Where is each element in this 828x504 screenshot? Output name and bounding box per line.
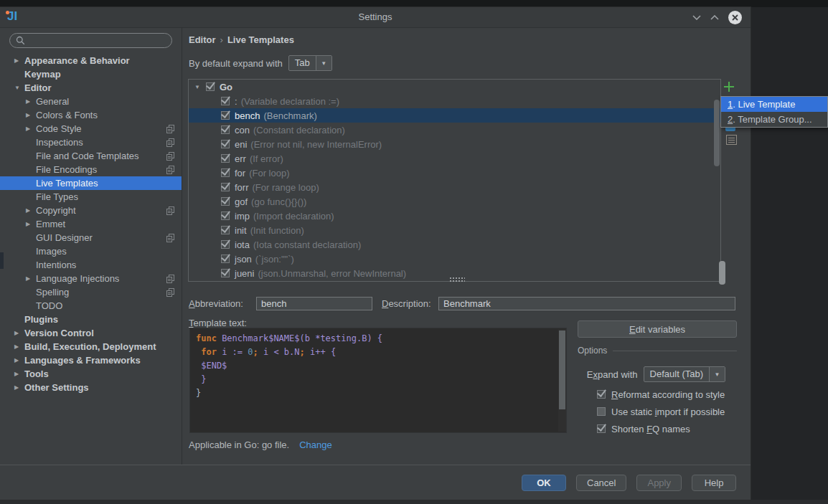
change-link[interactable]: Change <box>299 439 332 450</box>
abbreviation-input[interactable] <box>256 297 372 310</box>
reformat-according-to-style-checkbox[interactable] <box>597 390 606 399</box>
sidebar-item-inspections[interactable]: Inspections <box>0 135 182 149</box>
sidebar-item-build-execution-deployment[interactable]: ▶Build, Execution, Deployment <box>0 340 182 353</box>
combo-arrow-icon[interactable]: ▼ <box>316 56 331 70</box>
tree-collapsed-arrow-icon[interactable]: ▶ <box>14 353 24 367</box>
template-group-checkbox[interactable] <box>206 82 215 91</box>
list-lines-icon[interactable] <box>726 135 737 145</box>
apply-button[interactable]: Apply <box>636 475 682 491</box>
template-item-json[interactable]: json(`json:""`) <box>189 252 720 266</box>
popup-item-2-template-group[interactable]: 2. Template Group... <box>721 112 827 127</box>
chevron-down-icon[interactable] <box>692 15 701 20</box>
popup-item-1-live-template[interactable]: 1. Live Template <box>721 97 827 112</box>
template-item-checkbox[interactable] <box>221 269 230 277</box>
template-item-err[interactable]: err(If error) <box>189 151 720 166</box>
sidebar-item-colors-fonts[interactable]: ▶Colors & Fonts <box>0 108 182 122</box>
use-static-import-if-possible-checkbox[interactable] <box>597 407 606 416</box>
template-item-checkbox[interactable] <box>221 125 230 134</box>
tree-collapsed-arrow-icon[interactable]: ▶ <box>26 204 36 217</box>
scrollbar-thumb-secondary[interactable] <box>719 261 725 285</box>
sidebar-item-intentions[interactable]: Intentions <box>0 258 182 272</box>
code-scrollbar[interactable] <box>558 329 566 432</box>
code-line: } <box>196 373 560 386</box>
template-item-bench[interactable]: bench(Benchmark) <box>189 108 720 123</box>
combo-arrow-icon[interactable]: ▼ <box>709 367 725 381</box>
sidebar-item-gui-designer[interactable]: GUI Designer <box>0 231 182 244</box>
sidebar-item-file-encodings[interactable]: File Encodings <box>0 163 182 176</box>
tree-collapsed-arrow-icon[interactable]: ▶ <box>26 95 36 108</box>
tree-collapsed-arrow-icon[interactable]: ▶ <box>26 108 36 122</box>
sidebar-item-version-control[interactable]: ▶Version Control <box>0 326 182 340</box>
sidebar-item-editor[interactable]: ▼Editor <box>0 81 182 95</box>
tree-collapsed-arrow-icon[interactable]: ▶ <box>14 367 24 381</box>
dialog-titlebar[interactable]: JI Settings <box>0 7 751 28</box>
list-scrollbar-thumb[interactable] <box>714 100 720 166</box>
sidebar-item-tools[interactable]: ▶Tools <box>0 367 182 381</box>
splitter-handle[interactable] <box>449 277 465 282</box>
template-item-con[interactable]: con(Constant declaration) <box>189 123 720 137</box>
template-item-checkbox[interactable] <box>221 97 230 105</box>
ok-button[interactable]: OK <box>522 475 566 491</box>
sidebar-item-appearance-behavior[interactable]: ▶Appearance & Behavior <box>0 54 182 67</box>
sidebar-item-code-style[interactable]: ▶Code Style <box>0 122 182 135</box>
sidebar-item-label: Keymap <box>24 69 61 80</box>
sidebar-item-todo[interactable]: TODO <box>0 299 182 313</box>
template-item-checkbox[interactable] <box>221 168 230 177</box>
sidebar-item-live-templates[interactable]: Live Templates <box>0 176 182 190</box>
template-item-checkbox[interactable] <box>221 226 230 234</box>
shorten-fq-names-checkbox[interactable] <box>597 424 606 433</box>
tree-expanded-arrow-icon[interactable]: ▼ <box>194 84 206 90</box>
template-item-gof[interactable]: gof(go func(){}()) <box>189 194 720 209</box>
default-expand-combobox[interactable]: Tab ▼ <box>288 55 332 71</box>
edit-variables-button[interactable]: Edit variables <box>578 320 737 338</box>
breadcrumb-editor[interactable]: Editor <box>189 34 216 45</box>
tree-collapsed-arrow-icon[interactable]: ▶ <box>26 272 36 285</box>
template-group-go[interactable]: ▼Go <box>189 80 720 94</box>
tree-collapsed-arrow-icon[interactable]: ▶ <box>14 381 24 394</box>
sidebar-item-emmet[interactable]: ▶Emmet <box>0 217 182 231</box>
sidebar-item-general[interactable]: ▶General <box>0 95 182 108</box>
tree-collapsed-arrow-icon[interactable]: ▶ <box>14 326 24 340</box>
code-scrollbar-thumb[interactable] <box>559 331 565 409</box>
sidebar-item-languages-frameworks[interactable]: ▶Languages & Frameworks <box>0 353 182 367</box>
sidebar-item-copyright[interactable]: ▶Copyright <box>0 204 182 217</box>
template-item-checkbox[interactable] <box>221 255 230 263</box>
close-button[interactable] <box>728 11 742 24</box>
template-item-eni[interactable]: eni(Error not nil, new InternalError) <box>189 137 720 151</box>
sidebar-item-other-settings[interactable]: ▶Other Settings <box>0 381 182 394</box>
sidebar-item-file-and-code-templates[interactable]: File and Code Templates <box>0 149 182 163</box>
template-item-checkbox[interactable] <box>221 211 230 220</box>
template-item-forr[interactable]: forr(For range loop) <box>189 180 720 194</box>
help-button[interactable]: Help <box>692 475 736 491</box>
template-item-checkbox[interactable] <box>221 183 230 191</box>
sidebar-item-language-injections[interactable]: ▶Language Injections <box>0 272 182 285</box>
template-item-for[interactable]: for(For loop) <box>189 166 720 180</box>
tree-expanded-arrow-icon[interactable]: ▼ <box>14 81 24 95</box>
template-item-checkbox[interactable] <box>221 197 230 206</box>
sidebar-item-spelling[interactable]: Spelling <box>0 285 182 299</box>
description-input[interactable] <box>438 297 735 310</box>
tree-collapsed-arrow-icon[interactable]: ▶ <box>14 54 24 67</box>
template-item-imp[interactable]: imp(Import declaration) <box>189 209 720 223</box>
template-item-checkbox[interactable] <box>221 240 230 249</box>
sidebar-item-file-types[interactable]: File Types <box>0 190 182 204</box>
sidebar-item-images[interactable]: Images <box>0 244 182 258</box>
template-item-init[interactable]: init(Init function) <box>189 223 720 237</box>
add-template-button[interactable] <box>723 81 735 92</box>
sidebar-item-plugins[interactable]: Plugins <box>0 313 182 326</box>
tree-collapsed-arrow-icon[interactable]: ▶ <box>14 340 24 353</box>
tree-collapsed-arrow-icon[interactable]: ▶ <box>26 217 36 231</box>
template-item-iota[interactable]: iota(Iota constant declaration) <box>189 237 720 252</box>
copy-icon <box>166 206 174 215</box>
template-text-editor[interactable]: func Benchmark$NAME$(b *testing.B) { for… <box>189 328 567 433</box>
template-item-checkbox[interactable] <box>221 140 230 148</box>
template-item-checkbox[interactable] <box>221 111 230 120</box>
template-item-checkbox[interactable] <box>221 154 230 163</box>
tree-collapsed-arrow-icon[interactable]: ▶ <box>26 122 36 135</box>
cancel-button[interactable]: Cancel <box>576 475 626 491</box>
settings-search-box[interactable] <box>9 33 172 48</box>
chevron-up-icon[interactable] <box>710 15 719 20</box>
expand-with-combobox[interactable]: Default (Tab) ▼ <box>644 366 725 382</box>
template-item-idx0[interactable]: :(Variable declaration :=) <box>189 94 720 108</box>
sidebar-item-keymap[interactable]: Keymap <box>0 67 182 81</box>
